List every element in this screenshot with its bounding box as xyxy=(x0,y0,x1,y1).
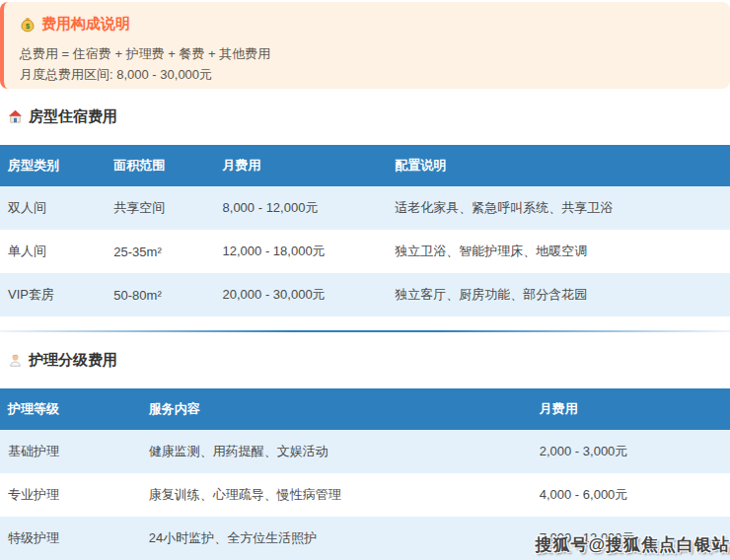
section-title-room-fees: 房型住宿费用 xyxy=(8,106,730,126)
column-header: 面积范围 xyxy=(106,145,214,186)
watermark: 搜狐号@搜狐焦点白银站 xyxy=(535,533,730,556)
column-header: 房型类别 xyxy=(0,145,106,186)
section-divider xyxy=(0,330,730,332)
table-cell: 共享空间 xyxy=(106,186,214,230)
column-header: 配置说明 xyxy=(387,145,730,186)
table-cell: 基础护理 xyxy=(0,430,141,473)
table-cell: 康复训练、心理疏导、慢性病管理 xyxy=(141,473,532,517)
table-cell: 25-35m² xyxy=(106,230,214,273)
fee-formula-text: 总费用 = 住宿费 + 护理费 + 餐费 + 其他费用 xyxy=(20,43,714,64)
table-row: 双人间共享空间8,000 - 12,000元适老化家具、紧急呼叫系统、共享卫浴 xyxy=(0,186,730,230)
table-row: VIP套房50-80m²20,000 - 30,000元独立客厅、厨房功能、部分… xyxy=(0,273,730,316)
table-cell: VIP套房 xyxy=(0,273,106,316)
notice-header: $ 费用构成说明 xyxy=(20,15,714,34)
room-fee-table: 房型类别面积范围月费用配置说明 双人间共享空间8,000 - 12,000元适老… xyxy=(0,145,730,316)
table-cell: 健康监测、用药提醒、文娱活动 xyxy=(141,430,532,473)
house-icon xyxy=(8,109,23,124)
table-cell: 50-80m² xyxy=(106,273,214,316)
section-title-care-fees: 护理分级费用 xyxy=(8,350,730,370)
table-cell: 双人间 xyxy=(0,186,106,230)
table-cell: 2,000 - 3,000元 xyxy=(532,430,730,473)
table-cell: 20,000 - 30,000元 xyxy=(215,273,388,316)
table-cell: 8,000 - 12,000元 xyxy=(215,186,388,230)
table-header-row: 房型类别面积范围月费用配置说明 xyxy=(0,145,730,186)
fee-range-text: 月度总费用区间: 8,000 - 30,000元 xyxy=(20,64,714,85)
table-cell: 独立卫浴、智能护理床、地暖空调 xyxy=(387,230,730,273)
notice-title-text: 费用构成说明 xyxy=(41,15,130,34)
table-row: 基础护理健康监测、用药提醒、文娱活动2,000 - 3,000元 xyxy=(0,430,730,473)
table-cell: 4,000 - 6,000元 xyxy=(532,473,730,517)
money-bag-icon: $ xyxy=(20,17,36,33)
nurse-icon xyxy=(8,353,23,368)
column-header: 护理等级 xyxy=(0,388,141,430)
fee-info-page: $ 费用构成说明 总费用 = 住宿费 + 护理费 + 餐费 + 其他费用 月度总… xyxy=(0,0,730,560)
table-cell: 12,000 - 18,000元 xyxy=(215,230,388,273)
table-cell: 24小时监护、全方位生活照护 xyxy=(141,517,532,560)
table-cell: 适老化家具、紧急呼叫系统、共享卫浴 xyxy=(387,186,730,230)
fee-notice-panel: $ 费用构成说明 总费用 = 住宿费 + 护理费 + 餐费 + 其他费用 月度总… xyxy=(0,2,730,89)
column-header: 月费用 xyxy=(532,388,730,430)
table-cell: 单人间 xyxy=(0,230,106,273)
table-header-row: 护理等级服务内容月费用 xyxy=(0,388,730,430)
column-header: 月费用 xyxy=(215,145,388,186)
section-title-text: 护理分级费用 xyxy=(29,351,117,370)
table-row: 单人间25-35m²12,000 - 18,000元独立卫浴、智能护理床、地暖空… xyxy=(0,230,730,273)
table-row: 专业护理康复训练、心理疏导、慢性病管理4,000 - 6,000元 xyxy=(0,473,730,517)
table-cell: 专业护理 xyxy=(0,473,141,517)
column-header: 服务内容 xyxy=(141,388,532,430)
section-title-text: 房型住宿费用 xyxy=(29,107,117,126)
table-cell: 独立客厅、厨房功能、部分含花园 xyxy=(387,273,730,316)
table-cell: 特级护理 xyxy=(0,517,141,560)
